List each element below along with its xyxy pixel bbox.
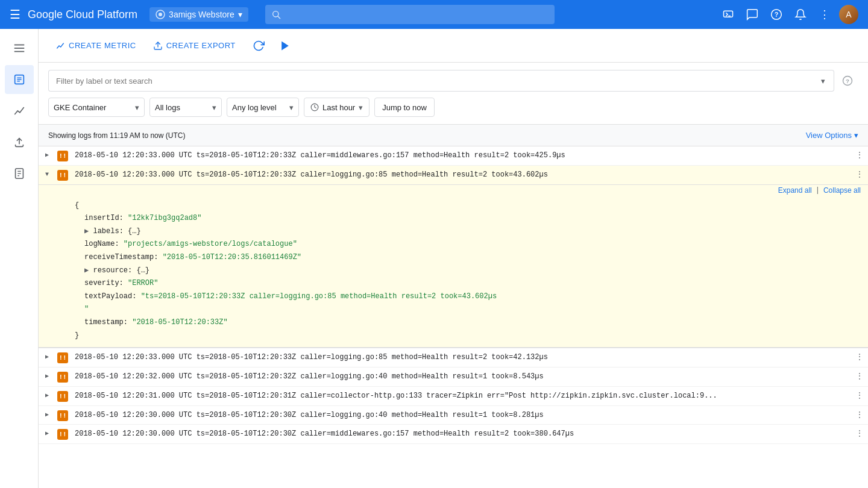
log-menu-btn[interactable]: ⋮ xyxy=(851,427,868,438)
log-chevron-icon: ▾ xyxy=(212,103,216,112)
detail-line: insertId: "12kk7ibg3gq2ad8" xyxy=(75,212,858,225)
expand-arrow-col[interactable] xyxy=(39,148,55,159)
severity-col: !! xyxy=(55,350,70,363)
play-button[interactable] xyxy=(274,35,296,57)
svg-marker-21 xyxy=(281,41,289,50)
chat-icon[interactable] xyxy=(743,5,762,24)
detail-line[interactable]: ▶ labels: {…} xyxy=(75,225,858,239)
jump-to-now-button[interactable]: Jump to now xyxy=(374,98,435,117)
detail-line: logName: "projects/amigs-webstore/logs/c… xyxy=(75,238,858,251)
collapse-icon xyxy=(45,372,49,380)
expand-arrow-col[interactable] xyxy=(39,389,55,399)
header-search xyxy=(265,5,555,24)
left-rail xyxy=(0,29,39,488)
filter-dropdown-btn[interactable]: ▾ xyxy=(813,70,834,92)
log-text: 2018-05-10 12:20:31.000 UTC ts=2018-05-1… xyxy=(70,389,851,404)
refresh-button[interactable] xyxy=(248,35,269,57)
log-text: 2018-05-10 12:20:32.000 UTC ts=2018-05-1… xyxy=(70,369,851,384)
app-logo: Google Cloud Platform xyxy=(28,8,137,21)
log-row[interactable]: !! 2018-05-10 12:20:30.000 UTC ts=2018-0… xyxy=(39,425,868,444)
expand-arrow-col[interactable] xyxy=(39,408,55,419)
create-export-button[interactable]: CREATE EXPORT xyxy=(146,36,243,55)
log-row[interactable]: !! 2018-05-10 12:20:30.000 UTC ts=2018-0… xyxy=(39,406,868,425)
rail-logs-icon[interactable] xyxy=(5,65,34,94)
severity-badge: !! xyxy=(57,410,68,421)
hamburger-icon[interactable]: ☰ xyxy=(10,7,20,22)
log-menu-btn[interactable]: ⋮ xyxy=(851,369,868,381)
detail-line: } xyxy=(75,330,858,343)
rail-reports-icon[interactable] xyxy=(5,159,34,188)
log-row[interactable]: !! 2018-05-10 12:20:33.000 UTC ts=2018-0… xyxy=(39,348,868,368)
log-filter-label: All logs xyxy=(155,103,180,112)
filter-dropdown-icon: ▾ xyxy=(821,77,825,86)
collapse-all-link[interactable]: Collapse all xyxy=(823,186,861,195)
cloud-shell-icon[interactable] xyxy=(719,5,738,24)
svg-text:?: ? xyxy=(846,78,849,84)
log-row[interactable]: !! 2018-05-10 12:20:33.000 UTC ts=2018-0… xyxy=(39,166,868,185)
resource-filter-select[interactable]: GKE Container ▾ xyxy=(48,98,145,117)
project-name: 3amigs Webstore xyxy=(169,10,234,19)
collapse-icon xyxy=(45,352,49,361)
level-filter-select[interactable]: Any log level ▾ xyxy=(227,98,299,117)
filter-help-icon[interactable]: ? xyxy=(837,70,858,92)
view-options-chevron-icon: ▾ xyxy=(854,131,858,140)
resource-filter-label: GKE Container xyxy=(54,103,106,112)
svg-point-1 xyxy=(159,13,162,16)
create-export-icon xyxy=(153,41,163,51)
collapse-icon xyxy=(45,429,49,437)
log-menu-btn[interactable]: ⋮ xyxy=(851,350,868,361)
expand-arrow-col[interactable] xyxy=(39,167,55,178)
help-icon[interactable]: ? xyxy=(767,5,786,24)
expand-arrow-col[interactable] xyxy=(39,350,55,361)
avatar-image: A xyxy=(839,5,858,24)
bell-icon[interactable] xyxy=(791,5,810,24)
severity-col: !! xyxy=(55,408,70,421)
svg-point-19 xyxy=(56,42,64,49)
log-filter-select[interactable]: All logs ▾ xyxy=(149,98,222,117)
log-row[interactable]: !! 2018-05-10 12:20:33.000 UTC ts=2018-0… xyxy=(39,146,868,166)
detail-line[interactable]: ▶ resource: {…} xyxy=(75,264,858,278)
avatar[interactable]: A xyxy=(839,5,858,24)
log-text: 2018-05-10 12:20:33.000 UTC ts=2018-05-1… xyxy=(70,350,851,365)
more-icon[interactable]: ⋮ xyxy=(815,5,834,24)
expand-icon xyxy=(45,170,49,178)
log-viewer: Showing logs from 11:19 AM to now (UTC) … xyxy=(39,125,868,444)
collapse-icon xyxy=(45,410,49,419)
expand-arrow-col[interactable] xyxy=(39,427,55,437)
main-layout: CREATE METRIC CREATE EXPORT xyxy=(0,29,868,488)
search-bar[interactable] xyxy=(265,5,555,24)
log-menu-btn[interactable]: ⋮ xyxy=(851,408,868,419)
rail-menu-icon[interactable] xyxy=(5,34,34,63)
rail-upload-icon[interactable] xyxy=(5,128,34,157)
create-metric-button[interactable]: CREATE METRIC xyxy=(48,36,143,55)
main-content: CREATE METRIC CREATE EXPORT xyxy=(39,29,868,488)
filter-text-row: ▾ ? xyxy=(48,70,858,92)
svg-line-3 xyxy=(278,16,280,19)
log-menu-btn[interactable]: ⋮ xyxy=(851,167,868,179)
time-filter-select[interactable]: Last hour ▾ xyxy=(304,98,370,117)
rail-metrics-icon[interactable] xyxy=(5,96,34,125)
log-text: 2018-05-10 12:20:33.000 UTC ts=2018-05-1… xyxy=(70,167,851,183)
separator: | xyxy=(816,186,820,195)
detail-line: textPayload: "ts=2018-05-10T12:20:33Z ca… xyxy=(75,290,858,304)
toolbar: CREATE METRIC CREATE EXPORT xyxy=(39,29,868,63)
log-menu-btn[interactable]: ⋮ xyxy=(851,148,868,160)
top-header: ☰ Google Cloud Platform 3amigs Webstore … xyxy=(0,0,868,29)
project-selector[interactable]: 3amigs Webstore ▾ xyxy=(149,7,248,22)
severity-badge: !! xyxy=(57,151,68,161)
detail-line: " xyxy=(75,303,858,316)
view-options-button[interactable]: View Options ▾ xyxy=(806,131,858,140)
expand-arrow-col[interactable] xyxy=(39,369,55,380)
svg-rect-4 xyxy=(724,11,733,17)
log-row[interactable]: !! 2018-05-10 12:20:31.000 UTC ts=2018-0… xyxy=(39,387,868,406)
filters-area: ▾ ? GKE Container ▾ All logs ▾ Any log l… xyxy=(39,63,868,125)
log-row[interactable]: !! 2018-05-10 12:20:32.000 UTC ts=2018-0… xyxy=(39,368,868,387)
log-detail-panel: Expand all | Collapse all { insertId: "1… xyxy=(39,185,868,349)
severity-badge: !! xyxy=(57,372,68,383)
search-icon xyxy=(271,10,281,19)
filter-text-input[interactable] xyxy=(48,70,813,92)
severity-col: !! xyxy=(55,148,70,161)
expand-all-link[interactable]: Expand all xyxy=(778,186,812,195)
log-detail-content: { insertId: "12kk7ibg3gq2ad8" ▶ labels: … xyxy=(39,195,868,348)
log-menu-btn[interactable]: ⋮ xyxy=(851,389,868,400)
